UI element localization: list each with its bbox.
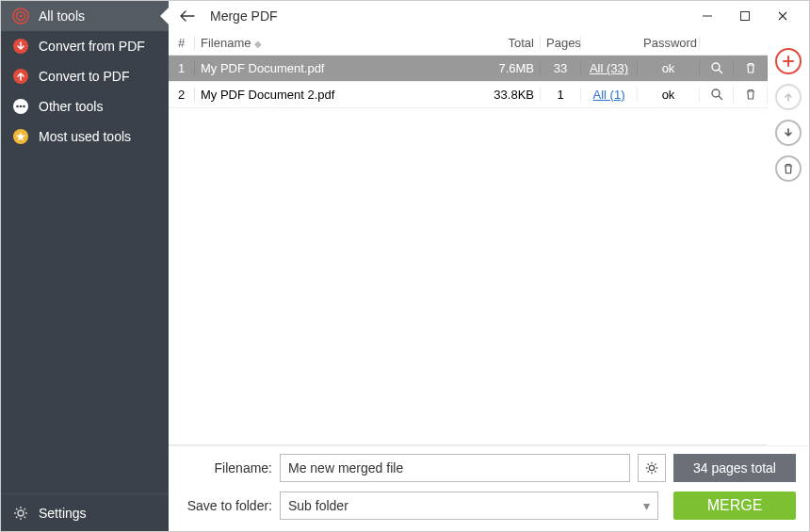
table-row[interactable]: 2My PDF Document 2.pdf33.8KB1All (1)ok [169,82,768,108]
preview-button[interactable] [708,59,725,76]
delete-row-button[interactable] [742,59,759,76]
chevron-down-icon: ▾ [643,498,650,513]
arrow-down-icon [12,38,29,55]
row-pages-link[interactable]: All (33) [581,61,638,75]
row-size: 7.6MB [474,61,540,75]
svg-point-8 [23,105,25,108]
sidebar-label: Other tools [39,99,103,114]
row-filename: My PDF Document 2.pdf [195,88,474,102]
action-rail [768,31,809,445]
col-total[interactable]: Total [474,36,540,50]
row-num: 2 [169,88,195,102]
total-pages-badge: 34 pages total [673,454,796,482]
move-down-button[interactable] [775,120,802,146]
page-title: Merge PDF [210,8,278,24]
maximize-button[interactable] [726,3,764,29]
sidebar-label: All tools [39,8,85,24]
sidebar-item-convert-from-pdf[interactable]: Convert from PDF [1,31,169,61]
footer: Filename: 34 pages total Save to folder:… [169,445,809,531]
col-pages[interactable]: Pages [540,36,581,50]
dots-icon [12,98,29,115]
sidebar-label: Most used tools [39,129,131,144]
table-row[interactable]: 1My PDF Document.pdf7.6MB33All (33)ok [169,56,768,82]
svg-point-10 [18,510,24,516]
table-header: # Filename◆ Total Pages Password [169,31,768,56]
sidebar-item-other-tools[interactable]: Other tools [1,91,169,121]
filename-settings-button[interactable] [638,454,666,482]
star-icon [12,128,29,145]
svg-point-14 [649,465,654,470]
sidebar: All tools Convert from PDF Convert to PD… [1,1,169,531]
delete-row-button[interactable] [742,86,759,103]
row-filename: My PDF Document.pdf [195,61,474,75]
row-pages: 33 [540,61,581,75]
sidebar-label: Convert to PDF [39,69,129,84]
sort-icon: ◆ [254,39,262,49]
back-button[interactable] [176,5,199,27]
svg-point-7 [20,105,23,108]
sidebar-label: Convert from PDF [39,39,145,54]
delete-all-button[interactable] [775,155,802,182]
add-file-button[interactable] [775,48,802,74]
savefolder-select[interactable]: Sub folder ▾ [280,492,658,520]
row-num: 1 [169,61,195,75]
sidebar-settings[interactable]: Settings [1,493,169,531]
row-password: ok [638,88,700,102]
sidebar-item-all-tools[interactable]: All tools [1,1,169,31]
svg-rect-11 [741,12,750,21]
move-up-button[interactable] [775,84,802,110]
table-body: 1My PDF Document.pdf7.6MB33All (33)ok2My… [169,56,768,445]
minimize-button[interactable] [688,3,726,29]
gear-icon [12,505,29,522]
row-pages: 1 [540,88,581,102]
filename-input[interactable] [280,454,630,482]
col-password[interactable]: Password [638,36,700,50]
row-password: ok [638,61,700,75]
col-num[interactable]: # [169,36,195,50]
row-pages-link[interactable]: All (1) [581,88,638,102]
preview-button[interactable] [708,86,725,103]
filename-label: Filename: [182,460,272,476]
svg-point-6 [16,105,19,108]
svg-point-2 [20,15,23,18]
sidebar-item-most-used[interactable]: Most used tools [1,121,169,152]
sidebar-item-convert-to-pdf[interactable]: Convert to PDF [1,61,169,91]
row-size: 33.8KB [474,88,540,102]
titlebar: Merge PDF [169,1,809,31]
close-button[interactable] [764,3,802,29]
savefolder-label: Save to folder: [182,498,272,513]
arrow-up-icon [12,68,29,85]
col-filename[interactable]: Filename◆ [195,36,474,50]
merge-button[interactable]: MERGE [673,492,796,520]
target-icon [12,8,29,24]
settings-label: Settings [39,506,87,521]
